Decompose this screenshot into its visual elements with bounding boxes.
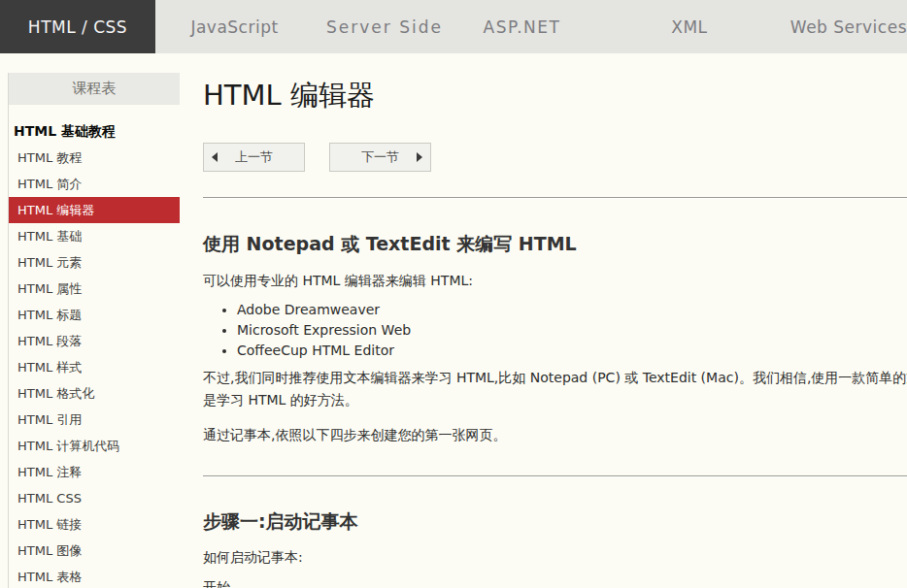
left-arrow-icon bbox=[212, 152, 218, 162]
top-navigation: HTML / CSS JavaScript Server Side ASP.NE… bbox=[0, 0, 907, 53]
next-section-button[interactable]: 下一节 bbox=[329, 143, 431, 172]
nav-tab[interactable]: ASP.NET bbox=[455, 0, 588, 53]
sidebar-section-title[interactable]: HTML 基础教程 bbox=[9, 117, 180, 145]
sidebar-title: 课程表 bbox=[9, 73, 180, 105]
sidebar-item[interactable]: HTML 段落 bbox=[9, 328, 180, 354]
section1-intro: 可以使用专业的 HTML 编辑器来编辑 HTML: bbox=[203, 271, 907, 290]
main-content: HTML 编辑器 上一节 下一节 使用 Notepad 或 TextEdit 来… bbox=[203, 53, 907, 588]
page-title: HTML 编辑器 bbox=[203, 79, 907, 112]
pager: 上一节 下一节 bbox=[203, 143, 907, 172]
section1-paragraph-steps: 通过记事本,依照以下四步来创建您的第一张网页。 bbox=[203, 424, 907, 446]
prev-section-label: 上一节 bbox=[235, 148, 273, 166]
nav-tab-label: ASP.NET bbox=[484, 17, 561, 37]
section2-paragraph-how: 如何启动记事本: bbox=[203, 547, 907, 567]
sidebar-item[interactable]: HTML 引用 bbox=[9, 407, 180, 433]
section1-paragraph-recommend: 不过,我们同时推荐使用文本编辑器来学习 HTML,比如 Notepad (PC)… bbox=[203, 367, 907, 411]
prev-section-button[interactable]: 上一节 bbox=[203, 143, 305, 172]
sidebar-item[interactable]: HTML 基础 bbox=[9, 223, 180, 249]
sidebar-item[interactable]: HTML 图像 bbox=[9, 538, 180, 564]
sidebar-item[interactable]: HTML 注释 bbox=[9, 459, 180, 485]
nav-tab-label: Server Side bbox=[326, 17, 443, 37]
section2-heading: 步骤一:启动记事本 bbox=[203, 509, 907, 533]
section-divider bbox=[203, 475, 907, 477]
nav-tab[interactable]: JavaScript bbox=[155, 0, 314, 53]
nav-tab-label: Web Services bbox=[790, 17, 907, 37]
sidebar-item[interactable]: HTML 标题 bbox=[9, 302, 180, 328]
sidebar-item[interactable]: HTML 表格 bbox=[9, 564, 180, 588]
right-arrow-icon bbox=[417, 152, 422, 162]
section2-paragraph-start: 开始 bbox=[203, 577, 907, 588]
section1-heading: 使用 Notepad 或 TextEdit 来编写 HTML bbox=[203, 232, 907, 255]
editor-list-item: CoffeeCup HTML Editor bbox=[237, 341, 907, 361]
nav-tab[interactable]: Server Side bbox=[314, 0, 455, 53]
sidebar-item[interactable]: HTML 属性 bbox=[9, 276, 180, 302]
next-section-label: 下一节 bbox=[361, 148, 399, 166]
nav-tab-label: HTML / CSS bbox=[28, 17, 127, 37]
nav-tab[interactable]: Web Services bbox=[790, 0, 907, 53]
sidebar-item[interactable]: HTML 元素 bbox=[9, 249, 180, 276]
nav-tab[interactable]: XML bbox=[588, 0, 790, 53]
course-sidebar: 课程表 HTML 基础教程 HTML 教程 HTML 简介 HTML 编辑器 H… bbox=[8, 73, 180, 588]
section-divider bbox=[203, 197, 907, 199]
editor-list-item: Microsoft Expression Web bbox=[237, 320, 907, 341]
nav-tab[interactable]: HTML / CSS bbox=[0, 0, 155, 53]
sidebar-item[interactable]: HTML 教程 bbox=[9, 145, 180, 171]
sidebar-item[interactable]: HTML 格式化 bbox=[9, 380, 180, 407]
nav-tab-label: XML bbox=[671, 17, 707, 37]
editor-list-item: Adobe Dreamweaver bbox=[237, 300, 907, 320]
sidebar-item[interactable]: HTML 链接 bbox=[9, 511, 180, 538]
sidebar-list: HTML 教程 HTML 简介 HTML 编辑器 HTML 基础 HTML 元素… bbox=[9, 145, 180, 588]
editor-list: Adobe Dreamweaver Microsoft Expression W… bbox=[203, 300, 907, 361]
nav-tab-label: JavaScript bbox=[190, 17, 278, 37]
sidebar-item[interactable]: HTML 计算机代码 bbox=[9, 433, 180, 459]
page-layout: 课程表 HTML 基础教程 HTML 教程 HTML 简介 HTML 编辑器 H… bbox=[0, 53, 907, 588]
sidebar-item[interactable]: HTML 编辑器 bbox=[9, 197, 180, 223]
sidebar-item[interactable]: HTML CSS bbox=[9, 485, 180, 511]
sidebar-item[interactable]: HTML 样式 bbox=[9, 354, 180, 380]
sidebar-item[interactable]: HTML 简介 bbox=[9, 171, 180, 197]
